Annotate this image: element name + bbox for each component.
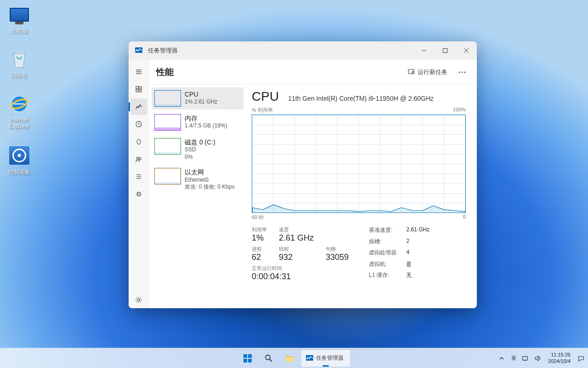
svg-rect-11 bbox=[139, 86, 141, 89]
stat-value: 33059 bbox=[326, 253, 349, 262]
nav-rail bbox=[129, 60, 149, 308]
desktop-icon-label: 此电脑 bbox=[2, 28, 37, 35]
titlebar[interactable]: 任务管理器 bbox=[129, 41, 477, 60]
stat-value: 62 bbox=[252, 253, 267, 262]
tray-notifications-icon[interactable] bbox=[577, 354, 585, 362]
desktop-icon-internet-explorer[interactable]: Internet Explorer bbox=[2, 93, 37, 130]
nav-processes[interactable] bbox=[130, 81, 147, 98]
svg-rect-10 bbox=[136, 86, 138, 89]
stat-label: 利用率 bbox=[252, 226, 267, 233]
system-tray: 英 11:15:25 2024/10/4 bbox=[498, 352, 585, 364]
svg-point-16 bbox=[139, 158, 141, 160]
taskbar-task-manager[interactable]: 任务管理器 bbox=[301, 350, 350, 367]
mini-chart-disk bbox=[154, 138, 181, 155]
nav-services[interactable] bbox=[130, 186, 147, 202]
page-title: 性能 bbox=[156, 66, 403, 78]
monitor-icon bbox=[10, 8, 29, 22]
perf-item-memory[interactable]: 内存 1.4/7.5 GB (19%) bbox=[152, 111, 243, 133]
nav-app-history[interactable] bbox=[130, 116, 147, 132]
tray-network-icon[interactable] bbox=[521, 354, 530, 362]
tray-overflow-button[interactable] bbox=[498, 354, 506, 362]
stat-value: 1% bbox=[252, 233, 267, 243]
tray-volume-icon[interactable] bbox=[533, 354, 542, 362]
svg-point-21 bbox=[137, 299, 140, 301]
nav-startup[interactable] bbox=[130, 133, 147, 150]
stat-value: 无 bbox=[406, 271, 430, 282]
stat-label: 虚拟处理器: bbox=[369, 249, 398, 259]
hamburger-button[interactable] bbox=[130, 63, 147, 80]
desktop-icon-this-pc[interactable]: 此电脑 bbox=[2, 4, 37, 35]
stat-label: L1 缓存: bbox=[369, 271, 398, 282]
stat-label: 正常运行时间 bbox=[252, 265, 349, 272]
run-new-task-button[interactable]: 运行新任务 bbox=[403, 65, 452, 79]
tray-date: 2024/10/4 bbox=[548, 358, 571, 364]
perf-item-name: 内存 bbox=[185, 114, 227, 122]
perf-item-cpu[interactable]: CPU 1% 2.61 GHz bbox=[152, 87, 243, 109]
perf-item-sub: 0% bbox=[185, 154, 215, 161]
window-title: 任务管理器 bbox=[148, 46, 413, 55]
taskbar-search[interactable] bbox=[259, 350, 278, 367]
taskbar-task-manager-label: 任务管理器 bbox=[314, 354, 347, 362]
perf-item-sub: 1.4/7.5 GB (19%) bbox=[185, 122, 227, 130]
svg-rect-12 bbox=[136, 90, 138, 92]
svg-rect-35 bbox=[286, 357, 294, 362]
stat-value: 932 bbox=[279, 253, 314, 262]
chart-label-bl: 60 秒 bbox=[252, 214, 264, 221]
start-button[interactable] bbox=[238, 350, 257, 367]
performance-detail: CPU 11th Gen Intel(R) Core(TM) i9-11950H… bbox=[246, 85, 477, 308]
perf-item-sub: Ethernet0 bbox=[185, 177, 235, 184]
perf-item-sub: SSD bbox=[185, 146, 215, 154]
performance-list: CPU 1% 2.61 GHz 内存 1.4/7.5 GB (19%) bbox=[149, 85, 246, 308]
stat-value: 2 bbox=[406, 238, 430, 248]
stat-label: 基准速度: bbox=[369, 226, 398, 236]
desktop-icon-control-panel[interactable]: 控制面板 bbox=[2, 144, 37, 176]
desktop-icon-label: 控制面板 bbox=[2, 168, 37, 176]
maximize-button[interactable] bbox=[435, 41, 456, 60]
run-icon bbox=[407, 68, 415, 76]
task-manager-window: 任务管理器 性能 运行新任务 bbox=[129, 41, 477, 308]
tray-time: 11:15:25 bbox=[548, 352, 571, 358]
svg-rect-32 bbox=[248, 359, 252, 362]
run-new-task-label: 运行新任务 bbox=[418, 68, 447, 76]
stats-right: 基准速度:2.61 GHz 插槽:2 虚拟处理器:4 虚拟机:是 L1 缓存:无 bbox=[369, 226, 430, 282]
close-button[interactable] bbox=[456, 41, 477, 60]
mini-chart-cpu bbox=[154, 90, 181, 107]
content-header: 性能 运行新任务 bbox=[149, 60, 477, 85]
minimize-button[interactable] bbox=[413, 41, 435, 60]
svg-rect-37 bbox=[523, 356, 527, 360]
desktop-icon-label: 回收站 bbox=[2, 72, 37, 80]
stat-label: 进程 bbox=[252, 246, 267, 253]
control-panel-icon bbox=[9, 146, 29, 165]
stats-left: 利用率1% 速度2.61 GHz 进程62 线程932 句柄33059 正常运行… bbox=[252, 226, 349, 282]
svg-point-27 bbox=[462, 71, 463, 73]
desktop-icon-recycle-bin[interactable]: 回收站 bbox=[2, 48, 37, 80]
stat-label: 插槽: bbox=[369, 238, 398, 248]
perf-item-name: CPU bbox=[185, 90, 217, 98]
detail-title: CPU bbox=[252, 89, 279, 104]
recycle-bin-icon bbox=[11, 49, 28, 69]
chart-label-br: 0 bbox=[463, 214, 466, 221]
perf-item-ethernet[interactable]: 以太网 Ethernet0 发送: 0 接收: 0 Kbps bbox=[152, 165, 243, 193]
nav-settings[interactable] bbox=[130, 292, 147, 308]
taskbar-explorer[interactable] bbox=[280, 350, 300, 367]
stat-label: 虚拟机: bbox=[369, 260, 398, 270]
stat-value: 2.61 GHz bbox=[406, 226, 430, 236]
svg-rect-30 bbox=[248, 354, 252, 358]
nav-users[interactable] bbox=[130, 151, 147, 167]
tray-ime[interactable]: 英 bbox=[509, 354, 518, 362]
chart-label-tl: % 利用率 bbox=[252, 107, 273, 114]
nav-performance[interactable] bbox=[130, 98, 147, 115]
perf-item-name: 以太网 bbox=[185, 168, 235, 176]
more-button[interactable] bbox=[455, 65, 469, 80]
svg-point-26 bbox=[459, 71, 460, 73]
tray-clock[interactable]: 11:15:25 2024/10/4 bbox=[545, 352, 573, 364]
perf-item-disk[interactable]: 磁盘 0 (C:) SSD 0% bbox=[152, 135, 243, 163]
svg-point-20 bbox=[137, 193, 140, 196]
perf-item-sub: 1% 2.61 GHz bbox=[185, 98, 217, 106]
nav-details[interactable] bbox=[130, 168, 147, 185]
svg-rect-31 bbox=[243, 359, 247, 362]
taskbar: 任务管理器 英 11:15:25 2024/10/4 bbox=[0, 348, 588, 368]
svg-point-28 bbox=[464, 71, 466, 73]
stat-label: 线程 bbox=[279, 246, 314, 253]
stat-value: 是 bbox=[406, 260, 430, 270]
